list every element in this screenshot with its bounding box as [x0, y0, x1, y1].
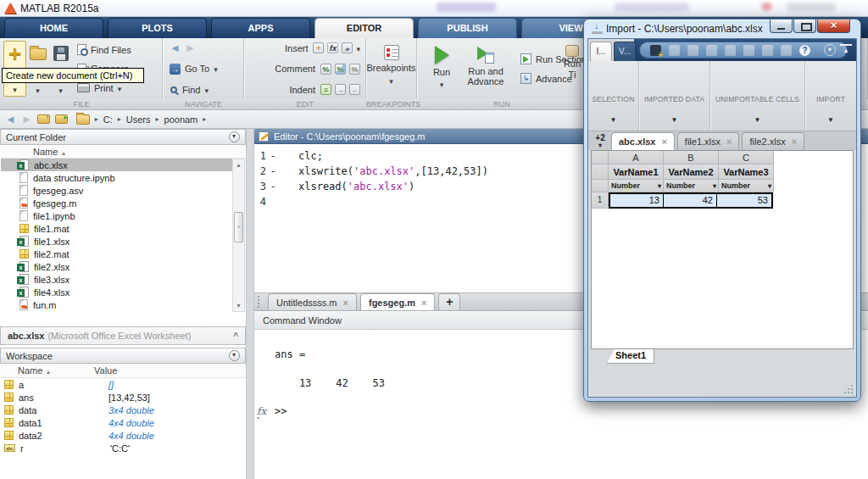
new-variable-icon[interactable]	[650, 45, 661, 56]
imported-data-section[interactable]: IMPORTED DATA	[639, 61, 710, 131]
file-row[interactable]: file4.xlsx	[1, 286, 245, 298]
selected-cell-range[interactable]: 13 42 53	[609, 192, 773, 209]
chevron-down-icon[interactable]	[658, 181, 661, 190]
chevron-down-icon[interactable]	[356, 43, 360, 53]
wrap-comment-icon[interactable]	[349, 64, 360, 75]
chevron-down-icon[interactable]	[754, 114, 761, 124]
variable-name-header[interactable]: VarName3	[719, 164, 774, 180]
comment-icon[interactable]	[320, 64, 331, 75]
chevron-down-icon[interactable]	[214, 64, 218, 74]
sheet-tab[interactable]: Sheet1	[607, 349, 654, 364]
workspace-column-header[interactable]: Name ▲ Value	[1, 364, 245, 378]
smart-indent-icon[interactable]	[320, 84, 331, 95]
browse-folder-icon[interactable]	[55, 114, 68, 124]
current-folder-column-header[interactable]: Name ▲	[1, 145, 245, 159]
tab-plots[interactable]: PLOTS	[108, 18, 207, 38]
file-list-scrollbar[interactable]: ▲ ≡ ▼	[232, 159, 245, 312]
variable-row[interactable]: a[]	[1, 378, 245, 391]
close-button[interactable]	[817, 19, 850, 33]
close-icon[interactable]	[661, 136, 666, 147]
file-row[interactable]: file2.xlsx	[1, 260, 245, 273]
tab-apps[interactable]: APPS	[211, 18, 310, 38]
folder-up-icon[interactable]	[37, 114, 50, 124]
collapse-details-icon[interactable]: ^	[233, 331, 238, 341]
import-tab[interactable]: I...	[590, 42, 612, 61]
new-editor-tab-button[interactable]: +	[438, 293, 460, 310]
variable-row[interactable]: data24x4 double	[1, 429, 245, 442]
insert-annotation-icon[interactable]	[342, 42, 353, 53]
chevron-down-icon[interactable]	[713, 181, 716, 190]
file-tab-file1[interactable]: file1.xlsx	[677, 132, 740, 150]
breadcrumb-drive[interactable]: C:	[103, 114, 113, 125]
chevron-down-icon[interactable]	[827, 114, 834, 124]
view-tab[interactable]: V...	[614, 42, 636, 61]
spreadsheet-cell[interactable]: 13	[610, 194, 664, 207]
file-row[interactable]: file1.mat	[1, 222, 245, 235]
scrollbar-thumb[interactable]: ≡	[234, 212, 243, 242]
insert-function-icon[interactable]	[327, 42, 338, 53]
breadcrumb-users[interactable]: Users	[126, 114, 151, 125]
collapse-ribbon-icon[interactable]	[840, 44, 852, 56]
variable-name-header[interactable]: VarName2	[664, 164, 719, 180]
fx-icon[interactable]: fx	[257, 405, 266, 421]
run-button[interactable]: Run	[424, 41, 459, 97]
column-type-dropdown[interactable]: Number	[609, 180, 664, 192]
file-row[interactable]: file1.ipynb	[1, 209, 245, 222]
selection-section[interactable]: SELECTION	[588, 61, 639, 131]
breadcrumb-poonam[interactable]: poonam	[164, 114, 198, 125]
forward-arrow-icon[interactable]: ►	[185, 43, 196, 53]
chevron-down-icon[interactable]	[204, 85, 209, 95]
editor-tab-untitledssss[interactable]: Untitledssss.m	[268, 293, 357, 310]
close-icon[interactable]	[343, 298, 348, 308]
resize-grip[interactable]	[851, 392, 853, 393]
find-files-button[interactable]: Find Files	[77, 43, 159, 56]
chevron-down-icon[interactable]	[118, 83, 122, 93]
variable-row[interactable]: data3x4 double	[1, 404, 245, 416]
file-row[interactable]: abc.xlsx	[1, 159, 245, 171]
panel-splitter[interactable]	[246, 129, 254, 479]
tab-editor[interactable]: EDITOR	[314, 18, 414, 38]
panel-menu-icon[interactable]	[229, 350, 240, 361]
file-details-bar[interactable]: abc.xlsx (Microsoft Office Excel Workshe…	[0, 326, 246, 345]
column-type-dropdown[interactable]: Number	[664, 180, 719, 192]
row-number[interactable]: 1	[592, 192, 609, 209]
go-to-button[interactable]: Go To	[170, 63, 236, 75]
file-tab-file2[interactable]: file2.xlsx	[742, 132, 804, 150]
import-section[interactable]: IMPORT	[805, 61, 856, 131]
print-button[interactable]: Print	[77, 81, 159, 94]
column-type-dropdown[interactable]: Number	[719, 180, 774, 192]
toolbar-menu-icon[interactable]	[824, 44, 836, 56]
file-row[interactable]: fgesgeg.asv	[1, 184, 245, 197]
column-letter[interactable]: A	[609, 151, 664, 164]
chevron-down-icon[interactable]	[389, 75, 393, 86]
forward-arrow-icon[interactable]: ►	[21, 114, 32, 125]
chevron-down-icon[interactable]	[58, 85, 63, 95]
run-and-time-button[interactable]: Run Ti	[559, 45, 585, 81]
command-prompt[interactable]: >>	[275, 405, 287, 417]
help-icon[interactable]	[799, 45, 810, 56]
variable-row[interactable]: r'C:C'	[1, 442, 245, 454]
file-row[interactable]: fun.m	[1, 298, 245, 311]
panel-menu-icon[interactable]	[229, 131, 240, 142]
chevron-down-icon[interactable]	[610, 114, 617, 124]
file-row[interactable]: file2.mat	[1, 248, 245, 260]
variable-row[interactable]: ans[13,42,53]	[1, 391, 245, 404]
variable-name-header[interactable]: VarName1	[609, 164, 664, 180]
file-tab-abc[interactable]: abc.xlsx	[611, 132, 675, 150]
uncomment-icon[interactable]	[335, 64, 346, 75]
file-row[interactable]: file1.xlsx	[1, 235, 245, 248]
layout-icon[interactable]	[781, 45, 792, 56]
unimportable-cells-section[interactable]: UNIMPORTABLE CELLS	[710, 61, 805, 131]
chevron-down-icon[interactable]	[440, 79, 444, 89]
back-arrow-icon[interactable]: ◄	[5, 114, 16, 125]
tab-home[interactable]: HOME	[4, 18, 103, 38]
minimize-button[interactable]	[770, 19, 793, 33]
close-icon[interactable]	[421, 298, 426, 308]
file-row[interactable]: file3.xlsx	[1, 273, 245, 286]
indent-left-icon[interactable]	[349, 84, 360, 95]
chevron-down-icon[interactable]	[13, 84, 17, 94]
editor-tab-fgesgeg[interactable]: fgesgeg.m	[360, 293, 435, 310]
find-button[interactable]: Find	[170, 83, 236, 96]
tab-bar-handle[interactable]	[258, 296, 261, 308]
scroll-up-icon[interactable]: ▲	[233, 159, 244, 170]
